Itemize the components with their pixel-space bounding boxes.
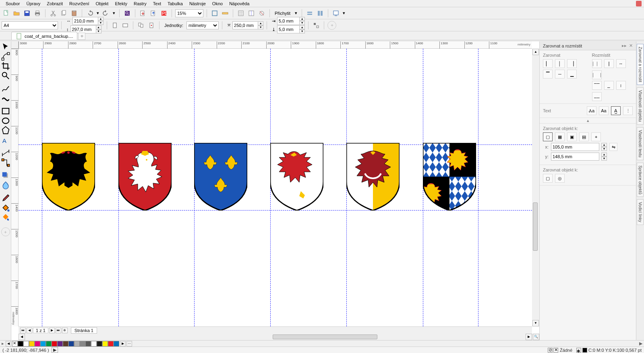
dup-x-input[interactable] (277, 17, 300, 25)
dist-right-button[interactable]: ⎸⎹ (592, 70, 602, 79)
vertical-scrollbar[interactable]: ▲ ▼ (532, 49, 539, 326)
align-to-point-button[interactable]: ⌖ (591, 132, 601, 141)
zoom-out-button[interactable]: 🔍 (533, 334, 539, 340)
crop-tool[interactable] (1, 62, 10, 70)
color-eyedropper-tool[interactable] (1, 194, 10, 202)
orient-landscape-button[interactable] (121, 21, 130, 30)
color-swatch[interactable] (46, 341, 52, 347)
status-play-icon[interactable]: ▶ (52, 347, 58, 353)
align-x-input[interactable] (551, 143, 599, 151)
publish-pdf-button[interactable]: PDF (159, 9, 168, 18)
dist-center-h-button[interactable]: ⎹⎸ (604, 59, 614, 68)
align-center-h-button[interactable]: │ (555, 59, 565, 68)
align-top-button[interactable]: ▔ (543, 70, 553, 78)
color-swatch[interactable] (74, 341, 80, 347)
lock-xy-button[interactable]: ⇋ (609, 143, 617, 151)
paste-button[interactable] (70, 9, 79, 18)
interactive-fill-tool[interactable] (1, 203, 10, 212)
color-swatch[interactable] (18, 341, 23, 347)
treat-as-filled-button[interactable] (312, 21, 321, 30)
color-swatch[interactable] (57, 341, 63, 347)
dup-y-input[interactable] (277, 25, 300, 33)
dist-center-v-button[interactable]: ⎯ (604, 81, 614, 90)
docker-collapse-icon[interactable]: ▸▸ (622, 43, 627, 48)
print-button[interactable] (33, 9, 42, 18)
dist-left-button[interactable]: ⎸⎸ (592, 59, 602, 68)
color-swatch[interactable] (40, 341, 46, 347)
outline-to-outline-button[interactable]: ◎ (555, 174, 565, 183)
hscroll-left[interactable]: ◀ (19, 334, 25, 340)
current-page-button[interactable] (147, 21, 156, 30)
shape-tool[interactable] (1, 52, 10, 61)
shield-quartered[interactable] (423, 143, 476, 211)
panel-collapse-toggle[interactable]: ▴ (540, 118, 636, 124)
pick-tool[interactable] (1, 42, 10, 51)
page-first[interactable]: ⏮ (20, 328, 26, 333)
text-outline-button[interactable]: ⋮ (623, 106, 633, 115)
drawing-surface[interactable] (19, 49, 532, 326)
flyout-icon[interactable]: ▸ (2, 341, 4, 346)
page-prev[interactable]: ◀ (27, 328, 32, 333)
menu-efekty[interactable]: Efekty (112, 1, 130, 6)
side-tab[interactable]: Vlastnosti textu (637, 127, 644, 160)
side-tab[interactable]: Vodicí linky (637, 199, 644, 225)
shield-bohemian-lion[interactable] (118, 143, 172, 211)
outline-to-bbox-button[interactable]: ▢ (543, 174, 553, 183)
palette-scroll-right[interactable]: ▶ (639, 341, 642, 346)
menu-okno[interactable]: Okno (209, 1, 226, 6)
ruler-origin[interactable] (11, 41, 19, 49)
polygon-tool[interactable] (1, 126, 10, 135)
export-button[interactable] (149, 9, 158, 18)
undo-menu-button[interactable]: ▾ (96, 9, 100, 18)
page-next[interactable]: ▶ (49, 328, 55, 333)
text-tool[interactable]: A (1, 136, 10, 145)
align-center-v-button[interactable]: ─ (555, 70, 565, 78)
ruler-horizontal[interactable]: milimetry 300029002800270026002500240023… (19, 41, 532, 49)
copy-button[interactable] (59, 9, 68, 18)
vscroll-up[interactable]: ▲ (532, 49, 539, 55)
save-button[interactable] (23, 9, 31, 18)
no-color-swatch[interactable] (12, 341, 18, 347)
dist-spacing-h-button[interactable]: ↔ (616, 59, 626, 68)
color-swatch[interactable] (68, 341, 74, 347)
dist-spacing-v-button[interactable]: ↕ (616, 81, 626, 90)
show-rulers-button[interactable] (221, 9, 230, 18)
menu-tabulka[interactable]: Tabulka (164, 1, 186, 6)
menu-rastry[interactable]: Rastry (130, 1, 150, 6)
units-combo[interactable]: milimetry (186, 21, 219, 29)
color-swatch[interactable] (52, 341, 57, 347)
palette-flyout[interactable]: ⋯ (126, 341, 132, 347)
show-grid-button[interactable] (236, 9, 245, 18)
color-swatch[interactable] (108, 341, 114, 347)
dist-bottom-button[interactable]: ⎽⎽ (592, 92, 602, 101)
page-add[interactable]: ⊕ (62, 328, 68, 333)
text-baseline-button[interactable]: Ⲁa (587, 106, 596, 115)
page-tab[interactable]: Stránka 1 (71, 327, 97, 334)
redo-menu-button[interactable]: ▾ (112, 9, 116, 18)
side-tab[interactable]: Vlastnosti objektu (637, 87, 644, 124)
align-bottom-button[interactable]: ▁ (567, 70, 577, 78)
align-to-grid-button[interactable]: ▤ (579, 132, 589, 141)
menu-soubor[interactable]: Soubor (2, 1, 23, 6)
palette-next[interactable]: ▶ (120, 341, 126, 347)
align-to-page-center-button[interactable]: ▣ (567, 132, 577, 141)
artistic-media-tool[interactable] (1, 94, 10, 103)
smart-fill-tool[interactable] (1, 213, 10, 222)
drop-shadow-tool[interactable] (1, 171, 10, 180)
ellipse-tool[interactable] (1, 116, 10, 125)
side-tab[interactable]: Správce objektů (637, 163, 644, 197)
color-swatch[interactable] (23, 341, 29, 347)
text-bbox-button[interactable]: A̲ (611, 106, 621, 115)
color-swatch[interactable] (114, 341, 119, 347)
shield-griffin[interactable] (270, 143, 323, 211)
parallel-dim-tool[interactable] (1, 149, 10, 157)
launch-menu-button[interactable]: ▾ (342, 9, 346, 18)
new-tab-button[interactable]: + (78, 33, 85, 40)
menu-objekt[interactable]: Objekt (93, 1, 112, 6)
palette-prev[interactable]: ◀ (6, 341, 11, 347)
menu-nastroje[interactable]: Nástroje (186, 1, 209, 6)
nudge-input[interactable] (232, 21, 258, 29)
color-swatch[interactable] (35, 341, 40, 347)
color-swatch[interactable] (63, 341, 68, 347)
align-right-button[interactable]: ▕ (567, 59, 577, 68)
